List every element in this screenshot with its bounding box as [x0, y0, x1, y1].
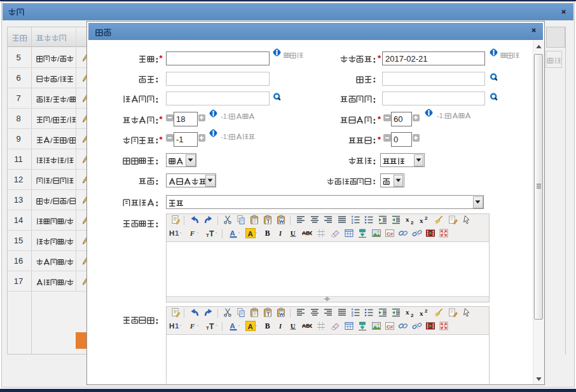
svg-text:A: A	[248, 230, 253, 238]
svg-text:U: U	[291, 229, 296, 237]
svg-text:C#: C#	[387, 324, 394, 330]
svg-text:A: A	[248, 323, 253, 330]
svg-text:2: 2	[425, 308, 428, 314]
svg-text:2: 2	[411, 220, 414, 226]
svg-text:2: 2	[425, 215, 428, 221]
svg-text:x: x	[420, 217, 423, 224]
svg-text:H: H	[169, 322, 174, 330]
svg-text:F: F	[189, 229, 195, 237]
svg-text:x: x	[420, 309, 423, 317]
svg-text:B: B	[265, 321, 270, 330]
svg-text:T: T	[209, 229, 214, 238]
svg-text:A: A	[230, 322, 235, 330]
svg-text:I: I	[278, 323, 282, 330]
svg-text:I: I	[278, 230, 282, 237]
svg-text:x: x	[406, 308, 409, 316]
svg-text:U: U	[291, 322, 296, 330]
svg-text:C#: C#	[387, 231, 394, 237]
svg-text:B: B	[265, 229, 270, 238]
svg-text:H: H	[169, 229, 174, 237]
svg-text:x: x	[406, 215, 409, 223]
svg-text:T: T	[209, 322, 214, 331]
svg-text:2: 2	[411, 313, 414, 318]
svg-text:F: F	[189, 322, 195, 330]
svg-text:A: A	[230, 229, 235, 237]
svg-text:1: 1	[175, 322, 179, 330]
svg-text:1: 1	[175, 229, 179, 237]
